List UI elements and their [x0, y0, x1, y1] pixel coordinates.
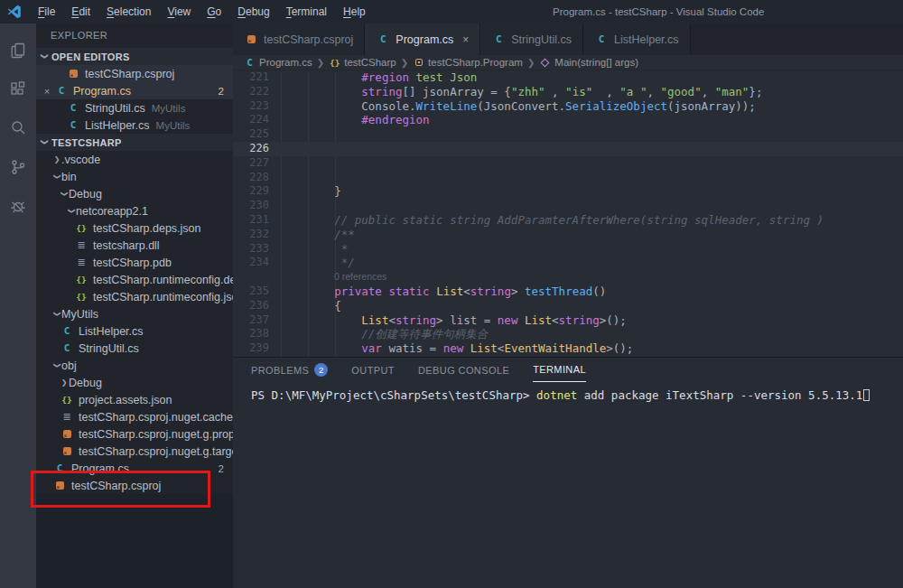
csharp-file-icon: C [247, 57, 253, 69]
code-line[interactable]: 221 #region test Json [233, 70, 903, 85]
breadcrumb[interactable]: CProgram.cs❯{}testCSharp❯testCSharp.Prog… [233, 55, 903, 70]
tree-file-item[interactable]: {}project.assets.json [36, 391, 233, 408]
tree-file-item[interactable]: CListHelper.cs [36, 322, 233, 340]
close-icon[interactable]: × [40, 86, 54, 97]
tree-item-label: ListHelper.cs [79, 325, 144, 338]
menu-terminal[interactable]: Terminal [278, 0, 335, 23]
open-editor-item[interactable]: testCSharp.csproj [36, 65, 233, 82]
tree-folder-debug[interactable]: ❯Debug [36, 185, 233, 202]
class-symbol-icon [415, 59, 423, 66]
code-line[interactable]: 234 */ [233, 256, 903, 270]
code-line[interactable]: 232 /** [233, 228, 903, 242]
explorer-icon[interactable] [0, 31, 36, 70]
open-editor-item[interactable]: CListHelper.csMyUtils [36, 117, 233, 134]
terminal-output[interactable]: PS D:\MF\MyProject\cSharpSets\testCSharp… [233, 382, 903, 402]
code-token: */ [280, 256, 355, 269]
code-token: >(); [600, 313, 627, 327]
line-number: 227 [233, 156, 269, 171]
tree-file-item[interactable]: CStringUtil.cs [36, 340, 233, 357]
code-line[interactable]: 228 [233, 171, 903, 185]
tab-stringutil.cs[interactable]: CStringUtil.cs [480, 23, 583, 55]
code-line[interactable]: 230 [233, 199, 903, 213]
breadcrumb-item[interactable]: testCSharp.Program [413, 57, 523, 68]
source-control-icon[interactable] [0, 147, 36, 186]
panel-tab-label: OUTPUT [351, 365, 395, 376]
tree-file-item[interactable]: {}testCSharp.runtimeconfig.dev.json [36, 271, 233, 288]
code-text: #endregion [280, 113, 430, 127]
tree-file-item[interactable]: testCSharp.csproj.nuget.g.props [36, 425, 233, 443]
menu-help[interactable]: Help [335, 0, 374, 23]
tree-file-item[interactable]: {}testCSharp.deps.json [36, 219, 233, 237]
code-line[interactable]: 231 // public static string AddParamterA… [233, 213, 903, 228]
tree-folder-.vscode[interactable]: ❯.vscode [36, 151, 233, 168]
breadcrumb-item[interactable]: {}testCSharp [329, 57, 396, 68]
tree-item-label: StringUtil.cs [79, 342, 139, 355]
project-section-header[interactable]: ❯ TESTCSHARP [36, 134, 233, 151]
code-line[interactable]: 236 { [233, 299, 903, 313]
open-editor-item[interactable]: CStringUtil.csMyUtils [36, 99, 233, 117]
menu-selection[interactable]: Selection [98, 0, 159, 23]
code-line[interactable]: 238 //创建等待事件句柄集合 [233, 327, 903, 341]
tab-listhelper.cs[interactable]: CListHelper.cs [583, 23, 691, 55]
title-bar: FileEditSelectionViewGoDebugTerminalHelp… [0, 0, 903, 23]
breadcrumb-item[interactable]: CProgram.cs [244, 57, 312, 69]
tree-file-item[interactable]: ≣testcsharp.dll [36, 237, 233, 254]
code-line[interactable]: 227 [233, 156, 903, 171]
extensions-icon[interactable] [0, 70, 36, 108]
breadcrumb-item[interactable]: Main(string[] args) [539, 57, 638, 68]
tree-folder-obj[interactable]: ❯obj [36, 357, 233, 374]
menu-file[interactable]: File [30, 0, 63, 23]
tree-file-item[interactable]: ≣testCSharp.csproj.nuget.cache [36, 408, 233, 425]
code-line[interactable]: 233 * [233, 242, 903, 257]
close-icon[interactable]: × [462, 33, 469, 46]
panel-tab-debug-console[interactable]: DEBUG CONSOLE [418, 358, 509, 382]
code-line[interactable]: 223 Console.WriteLine(JsonConvert.Serial… [233, 99, 903, 114]
menu-debug[interactable]: Debug [229, 0, 277, 23]
code-line[interactable]: 222 string[] jsonArray = {"zhh" , "is" ,… [233, 85, 903, 99]
code-line[interactable]: 224 #endregion [233, 113, 903, 127]
tree-item-label: testCSharp.csproj.nuget.g.props [79, 428, 233, 441]
code-token: string [559, 313, 600, 327]
tree-folder-myutils[interactable]: ❯MyUtils [36, 305, 233, 322]
method-symbol-icon [539, 60, 551, 66]
code-line[interactable]: 237 List<string> list = new List<string>… [233, 313, 903, 328]
tree-file-item[interactable]: ≣testCSharp.pdb [36, 254, 233, 271]
code-token: < [463, 285, 470, 298]
chevron-down-icon: ❯ [53, 310, 61, 319]
code-token: , [702, 85, 715, 98]
line-number: 221 [233, 70, 269, 85]
menu-go[interactable]: Go [199, 0, 229, 23]
code-line[interactable]: 235 private static List<string> testThre… [233, 285, 903, 299]
chevron-right-icon: ❯ [527, 58, 535, 68]
panel-tab-label: TERMINAL [533, 364, 586, 375]
code-line[interactable]: 225 [233, 127, 903, 142]
csharp-file-icon: C [491, 33, 506, 45]
debug-icon[interactable] [0, 186, 36, 225]
search-icon[interactable] [0, 108, 36, 147]
open-editors-header[interactable]: ❯ OPEN EDITORS [36, 48, 233, 65]
code-token: * [280, 242, 348, 256]
tree-folder-netcoreapp2.1[interactable]: ❯netcoreapp2.1 [36, 202, 233, 219]
code-line[interactable]: 226 [233, 142, 903, 156]
code-token: Console. [280, 99, 416, 113]
panel-tab-problems[interactable]: PROBLEMS2 [251, 358, 328, 382]
menu-view[interactable]: View [159, 0, 199, 23]
chevron-down-icon: ❯ [53, 361, 61, 370]
code-editor[interactable]: 221 #region test Json222 string[] jsonAr… [233, 70, 903, 357]
codelens-references[interactable]: 0 references [280, 270, 386, 285]
tree-folder-bin[interactable]: ❯bin [36, 168, 233, 185]
code-line[interactable]: 229 } [233, 184, 903, 199]
code-line[interactable]: 239 var watis = new List<EventWaitHandle… [233, 341, 903, 356]
tree-file-item[interactable]: {}testCSharp.runtimeconfig.json [36, 288, 233, 305]
tab-program.cs[interactable]: CProgram.cs× [365, 23, 480, 55]
code-token: string [361, 85, 402, 98]
tree-folder-debug[interactable]: ❯Debug [36, 374, 233, 391]
panel-tab-terminal[interactable]: TERMINAL [533, 358, 586, 382]
menu-edit[interactable]: Edit [63, 0, 98, 23]
tree-file-item[interactable]: testCSharp.csproj.nuget.g.targets [36, 443, 233, 460]
panel-tab-output[interactable]: OUTPUT [351, 358, 395, 382]
binary-file-icon: ≣ [60, 411, 74, 423]
open-editor-item[interactable]: ×CProgram.cs2 [36, 82, 233, 99]
problems-count-badge: 2 [219, 86, 224, 97]
tab-testcsharp.csproj[interactable]: testCSharp.csproj [233, 23, 365, 55]
